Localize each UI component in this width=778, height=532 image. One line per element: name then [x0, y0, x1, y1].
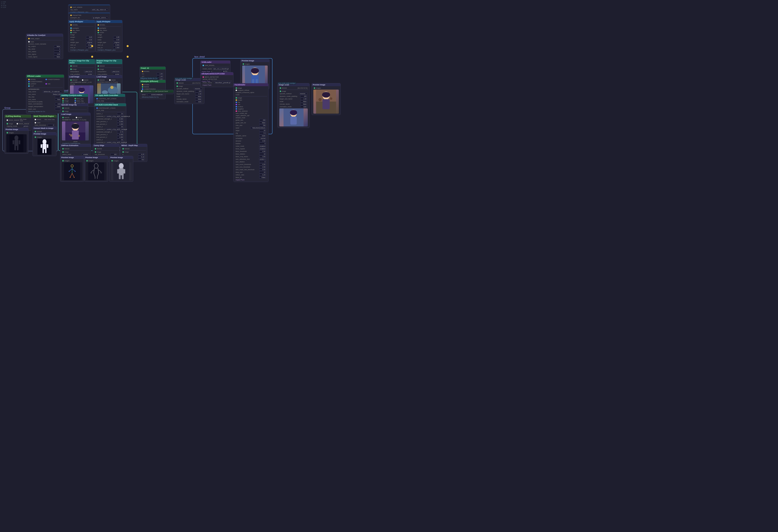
- svg-point-25: [319, 98, 322, 101]
- out-mask-li1: [82, 79, 83, 81]
- efficient-loader-title: Efficient Loader: [26, 75, 64, 78]
- top-info: z: 0.05 s: 2.0 w: 0.23 h: 0.23: [1, 1, 6, 8]
- out-image-gr: [62, 100, 64, 101]
- out-h-gr: [75, 100, 76, 101]
- upload-cn[interactable]: upload: [62, 141, 89, 142]
- upscale-title: Upscale Image By: [60, 103, 88, 106]
- in-image-prep-2: [97, 69, 99, 70]
- preview-right-thumb: [279, 108, 308, 127]
- preview-lineart-node[interactable]: Preview Image images: [84, 156, 108, 182]
- svg-point-51: [119, 163, 124, 169]
- in-image-cs: [7, 123, 8, 125]
- out-image-li1: [70, 79, 72, 81]
- ksampler-main-node[interactable]: KSampler (Efficient) MODEL IMAGE CONDITI…: [140, 80, 166, 99]
- svg-point-44: [70, 177, 71, 178]
- out-mask-gm: [28, 38, 30, 39]
- output-port-ipadapter: [70, 15, 72, 16]
- preview-sil2-thumb: [34, 139, 55, 155]
- preview-lineart-title: Preview Image: [84, 156, 108, 159]
- in-image-mi: [123, 151, 124, 153]
- cr-apply-title: CR Apply Multi-ControlNet: [94, 94, 125, 97]
- randomize-label: 🎲 Randomize / 1: Last Queued Seed: [140, 90, 173, 93]
- randomize-node[interactable]: 🎲 Randomize / 1: Last Queued Seed: [140, 90, 174, 94]
- svg-point-65: [43, 139, 47, 144]
- svg-rect-52: [119, 168, 124, 175]
- impact-pack-label-1: Impact Pack: [201, 71, 211, 73]
- preview-image-right2-node[interactable]: Preview Image images: [312, 83, 340, 115]
- preview-silhouette-node[interactable]: Preview Image images: [4, 128, 28, 154]
- ksm-badge: Efficiency Nodes for Co.: [141, 96, 164, 98]
- preview-silhouette2-node[interactable]: Preview Image images: [32, 132, 57, 156]
- svg-rect-61: [17, 145, 18, 150]
- out-image-ce: [95, 148, 96, 149]
- image-filename-1: [渐变] 蜜糖幻世弥·走进花门_v1 #6 (1).png: [70, 81, 94, 85]
- cn-thumb: [62, 122, 89, 141]
- clipseg-title: CLIPSeg Masking: [5, 115, 31, 118]
- ksampler-title: Freed_V2: [140, 67, 165, 70]
- svg-rect-55: [117, 169, 119, 173]
- preview-depth-node[interactable]: Preview Image images: [109, 156, 133, 182]
- svg-rect-54: [122, 175, 124, 179]
- in-sil: [7, 132, 8, 134]
- svg-point-24: [322, 92, 330, 97]
- svg-point-13: [251, 68, 259, 74]
- svg-rect-67: [43, 149, 44, 153]
- pmc-badge-1: pmc-node-suite comfyui: [174, 77, 193, 80]
- out-image-prep-1: [70, 65, 72, 67]
- load-image-cn-node[interactable]: Load Image IMAGE MASK 输出图像/GN/...测量动作图_v…: [60, 112, 91, 146]
- goldenratio-title: stability-ComfyUI-nodes: [60, 94, 88, 97]
- in-image-pr2: [314, 87, 315, 89]
- out-model-1: [70, 24, 72, 26]
- out-vae-el: [46, 83, 47, 85]
- in-ipadapter-2: [97, 27, 99, 29]
- svg-point-42: [69, 171, 70, 172]
- image-scale-node[interactable]: Image Scale IMAGE [8m+2%×%+%] image upsc…: [174, 78, 204, 104]
- preview-sil-thumb: [6, 134, 27, 152]
- in-cneg-fd: [236, 108, 237, 109]
- ultralytics-title: UltralyticsDetectorProvider: [201, 72, 233, 75]
- face-detailer-node[interactable]: FaceDetailer image cropped_refined cropp…: [233, 83, 268, 182]
- out-cneg-el: [28, 81, 30, 82]
- output-port-clip-vision: [70, 7, 72, 8]
- out-cond-cr: [96, 98, 98, 99]
- out-model-ksm: [142, 84, 143, 85]
- in-stick: [62, 160, 64, 161]
- face-detail-label: face_detail: [194, 56, 205, 58]
- prepare-image-2-title: Prepare Image For Clip Vision: [95, 59, 122, 64]
- load-image-2-title: Load Image: [95, 75, 122, 78]
- out-image-ksm: [142, 86, 143, 88]
- face-detailer-title: FaceDetailer: [234, 83, 268, 86]
- svg-rect-18: [290, 117, 297, 125]
- in-mask-mt: [35, 122, 36, 124]
- image-scale-right-node[interactable]: Image Scale IMAGE [8m+2%×%+%] image upsc…: [278, 83, 310, 128]
- ultra-badge: Impact Pack: [202, 84, 232, 86]
- out-image-fd: [236, 87, 237, 89]
- in-mask-cs: [17, 123, 18, 125]
- in-ipadapter-1: [70, 27, 72, 29]
- ultralytics-node[interactable]: UltralyticsDetectorProvider BBOX_DETECTO…: [201, 72, 233, 87]
- apply-ipadapter-2-node[interactable]: Apply IPAdapter MODEL ipadapter clip_vis…: [95, 20, 123, 52]
- out-image-ui: [62, 107, 64, 109]
- in-model-2: [97, 30, 99, 31]
- canny-title: Canny Edge: [93, 144, 120, 147]
- in-image-2: [97, 32, 99, 33]
- svg-point-45: [74, 177, 75, 178]
- in-cpos-fd: [236, 106, 237, 107]
- efficient-loader-node[interactable]: Efficient Loader MODEL CONDITIONING+ CON…: [26, 75, 64, 113]
- apply-ipadapter-1-node[interactable]: Apply IPAdapter MODEL ipadapter clip_vis…: [68, 20, 95, 52]
- out-bbox: [203, 76, 204, 78]
- cr-stack-title: CR Multi-ControlNet Stack: [94, 103, 126, 106]
- group-mask-blur-title: K/Nodes for ComfyUI: [26, 34, 63, 37]
- preview-stick-node[interactable]: Preview Image images: [60, 156, 84, 182]
- svg-rect-68: [45, 149, 47, 153]
- out-sam: [203, 65, 204, 66]
- svg-rect-53: [119, 175, 121, 179]
- svg-point-19: [290, 110, 297, 115]
- connection-dot-1: [127, 45, 129, 47]
- in-mask-gm: [28, 41, 30, 43]
- dwpose-title: DWPose Estimation: [60, 144, 91, 147]
- svg-point-3: [79, 87, 85, 92]
- group-mask-blur-node[interactable]: K/Nodes for ComfyUI mask_output mask con…: [26, 34, 63, 59]
- svg-point-58: [14, 136, 18, 140]
- preview-right2-thumb: [313, 90, 339, 113]
